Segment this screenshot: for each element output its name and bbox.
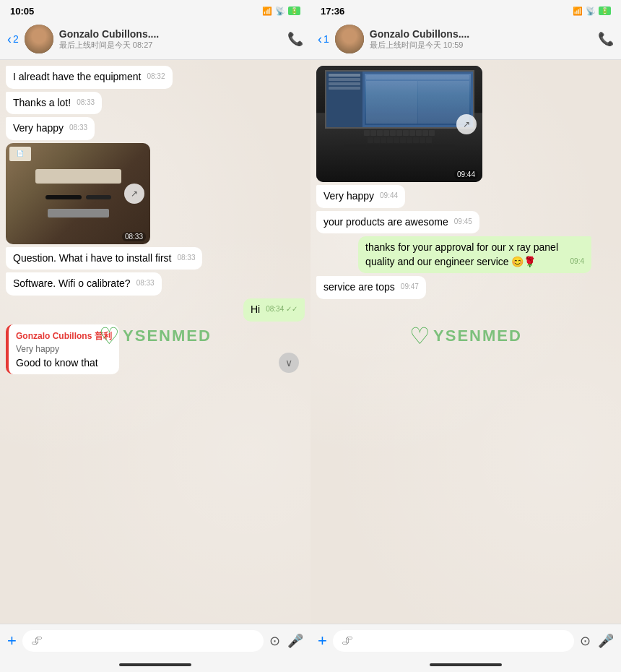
bubble-received: Thanks a lot! 08:33 [6,92,102,115]
message-time: 09:44 [380,191,398,201]
status-time-right: 17:36 [321,6,344,17]
home-bar-right [430,663,502,666]
equipment-adapter [48,209,109,217]
bubble-received: Very happy 09:44 [316,185,405,208]
avatar-left [25,25,53,53]
contact-info-left[interactable]: Gonzalo Cubillons.... 最后上线时间是今天 08:27 [59,28,282,51]
message-text: your products are awesome [323,216,448,228]
message-text: Very happy [13,122,64,134]
message-row: 09:44 ↗ [316,66,615,182]
signal-icon: 📶 [262,7,272,16]
back-button-left[interactable]: ‹ 2 [7,32,19,47]
message-row: Hi 08:34 ✓✓ [6,298,305,322]
reply-preview-text: Very happy [16,344,112,354]
attach-button-left[interactable]: + [7,632,17,650]
cable [86,195,111,199]
message-text: Software. Wifi o calibrate? [13,277,131,289]
scroll-down-button[interactable]: ∨ [279,353,299,373]
attach-button-right[interactable]: + [318,632,327,650]
battery-icon-right: 🔋 [599,7,611,15]
home-indicator-right [310,658,621,672]
camera-button-right[interactable]: ⊙ [580,633,591,649]
sticker-icon: 🖇 [31,634,43,647]
message-time: 09:45 [454,217,472,227]
message-row: your products are awesome 09:45 [316,211,615,234]
reply-bubble: Gonzalo Cubillons 普利 Very happy Good to … [6,324,119,374]
cable [45,195,82,199]
tick-icon: ✓✓ [286,305,298,313]
message-row: Very happy 08:33 [6,117,305,140]
avatar-face-right [335,25,364,53]
contact-info-right[interactable]: Gonzalo Cubillons.... 最后上线时间是今天 10:59 [370,28,592,51]
mic-button-left[interactable]: 🎤 [287,633,303,649]
left-chat-panel: 10:05 📶 📡 🔋 ‹ 2 Gonzalo Cubillons.... 最后… [0,0,310,672]
contact-name-right: Gonzalo Cubillons.... [370,28,592,40]
bubble-received: service are tops 09:47 [316,276,426,299]
screen-main [362,72,472,127]
message-time: 09:4 [570,257,584,267]
message-row: Question. What i have to install first 0… [6,247,305,270]
message-row: I alreadt have the equipment 08:32 [6,66,305,89]
keyboard-representation [322,127,477,178]
avatar-face-left [25,25,53,53]
status-icons-left: 📶 📡 🔋 [262,7,300,16]
back-button-right[interactable]: ‹ 1 [318,32,329,47]
message-text: Very happy [323,190,374,202]
message-time: 08:33 [177,253,195,263]
home-indicator-left [0,658,310,672]
bubble-received: Very happy 08:33 [6,117,95,140]
chat-header-right: ‹ 1 Gonzalo Cubillons.... 最后上线时间是今天 10:5… [310,20,621,60]
message-text: I alreadt have the equipment [13,71,141,82]
mic-button-right[interactable]: 🎤 [598,633,614,649]
bubble-received: Question. What i have to install first 0… [6,247,202,270]
status-bar-right: 17:36 📶 📡 🔋 [310,0,621,20]
status-bar-left: 10:05 📶 📡 🔋 [0,0,310,20]
input-media-buttons-left: ⊙ 🎤 [269,633,303,649]
message-time: 08:33 [77,98,95,108]
wifi-icon: 📡 [275,7,285,16]
laptop-screen [325,70,474,129]
message-row: 📄 08:33 ↗ [6,143,305,244]
image-time-right: 09:44 [454,170,478,179]
bubble-received: I alreadt have the equipment 08:32 [6,66,173,89]
chevron-left-icon: ‹ [7,32,12,47]
message-text: thanks for your approval for our x ray p… [365,241,558,267]
message-row: Software. Wifi o calibrate? 08:33 [6,272,305,296]
image-time: 08:33 [122,232,146,241]
battery-icon: 🔋 [288,7,300,15]
right-chat-panel: 17:36 📶 📡 🔋 ‹ 1 Gonzalo Cubillons.... 最后… [310,0,621,672]
message-text: Good to know that [16,357,112,369]
share-button[interactable]: ↗ [124,184,144,204]
bubble-received: Software. Wifi o calibrate? 08:33 [6,272,162,296]
unread-count-left: 2 [13,33,19,45]
contact-status-right: 最后上线时间是今天 10:59 [370,40,592,51]
call-button-left[interactable]: 📞 [287,31,303,47]
call-button-right[interactable]: 📞 [598,31,614,47]
message-row: Gonzalo Cubillons 普利 Very happy Good to … [6,324,305,374]
chat-header-left: ‹ 2 Gonzalo Cubillons.... 最后上线时间是今天 08:2… [0,20,310,60]
message-row: Very happy 09:44 [316,185,615,208]
avatar-right [335,25,364,53]
chat-body-left[interactable]: I alreadt have the equipment 08:32 Thank… [0,60,310,624]
equipment-box [35,169,121,184]
message-input-left[interactable]: 🖇 [22,630,264,652]
home-bar-left [119,663,191,666]
bubble-sent: Hi 08:34 ✓✓ [243,298,305,322]
signal-icon-right: 📶 [573,7,583,16]
share-button-right[interactable]: ↗ [456,114,477,134]
chat-body-right[interactable]: 09:44 ↗ Very happy 09:44 your products a… [310,60,621,624]
message-input-right[interactable]: 🖇 [333,630,574,652]
equipment-paper: 📄 [9,147,31,161]
contact-status-left: 最后上线时间是今天 08:27 [59,40,282,51]
input-bar-right: + 🖇 ⊙ 🎤 [310,624,621,658]
status-time-left: 10:05 [10,6,34,17]
input-media-buttons-right: ⊙ 🎤 [580,633,614,649]
message-time: 08:33 [136,278,155,288]
sticker-icon-right: 🖇 [342,634,353,647]
camera-button-left[interactable]: ⊙ [269,633,280,649]
equipment-cables [45,195,111,199]
screen-content [326,72,473,127]
unread-count-right: 1 [323,33,329,45]
status-icons-right: 📶 📡 🔋 [573,7,611,16]
bubble-sent: thanks for your approval for our x ray p… [358,236,591,273]
